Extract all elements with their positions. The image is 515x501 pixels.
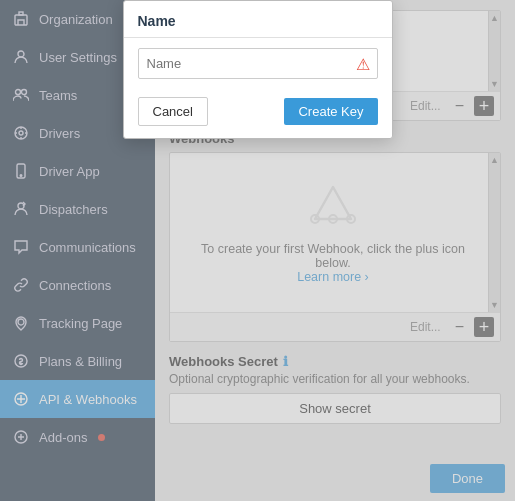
create-key-modal: Name ⚠ Cancel Create Key xyxy=(123,0,393,139)
app-container: Organization User Settings T xyxy=(0,0,515,501)
modal-overlay: Name ⚠ Cancel Create Key xyxy=(0,0,515,501)
create-key-button[interactable]: Create Key xyxy=(284,98,377,125)
modal-title: Name xyxy=(138,13,176,29)
modal-body: ⚠ xyxy=(124,38,392,89)
modal-footer: Cancel Create Key xyxy=(124,89,392,138)
input-error-icon: ⚠ xyxy=(356,54,370,73)
modal-input-wrap: ⚠ xyxy=(138,48,378,79)
cancel-button[interactable]: Cancel xyxy=(138,97,208,126)
modal-header: Name xyxy=(124,1,392,38)
name-input[interactable] xyxy=(138,48,378,79)
